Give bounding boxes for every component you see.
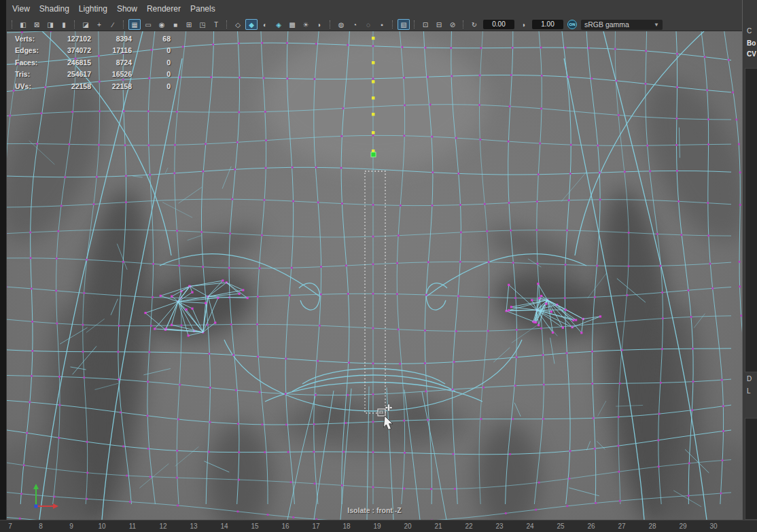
lock-camera-icon[interactable]: ⊠ <box>31 19 43 30</box>
resolution-gate-icon[interactable]: ◉ <box>156 19 168 30</box>
camera-attributes-icon[interactable]: ◨ <box>44 19 56 30</box>
menu-renderer[interactable]: Renderer <box>147 4 181 14</box>
gamma-field[interactable]: 1.00 <box>532 20 563 29</box>
timeline-tick-28[interactable]: 28 <box>642 522 663 530</box>
mesh-vertex <box>238 479 240 481</box>
mesh-edge <box>7 31 22 504</box>
mesh-edge <box>188 236 201 241</box>
mesh-vertex <box>50 31 52 32</box>
timeline-tick-24[interactable]: 24 <box>520 522 540 530</box>
right-panel-sliver[interactable]: C Bo CV D L <box>742 0 757 520</box>
remove-selected-icon[interactable]: ⊘ <box>446 19 459 30</box>
timeline-tick-22[interactable]: 22 <box>459 522 479 530</box>
timeline-tick-19[interactable]: 19 <box>367 522 387 530</box>
timeline-tick-15[interactable]: 15 <box>245 522 265 530</box>
hud-value: 68 <box>132 35 171 43</box>
timeline-tick-13[interactable]: 13 <box>183 522 204 530</box>
use-default-material-icon[interactable]: ▩ <box>286 19 298 30</box>
grease-pencil-icon[interactable]: ∕ <box>107 19 119 30</box>
exposure-icon[interactable]: ↻ <box>468 19 480 30</box>
right-panel-list[interactable] <box>745 418 757 520</box>
timeline-tick-27[interactable]: 27 <box>612 522 632 530</box>
timeline-tick-26[interactable]: 26 <box>581 522 601 530</box>
timeline-tick-14[interactable]: 14 <box>214 522 234 530</box>
grid-icon[interactable]: ▦ <box>128 19 141 30</box>
timeline-tick-12[interactable]: 12 <box>153 522 173 530</box>
menu-view[interactable]: View <box>12 4 30 14</box>
isolate-select-icon[interactable]: ▧ <box>398 19 410 30</box>
view-selected-icon[interactable]: ⊡ <box>419 19 432 30</box>
image-plane-icon[interactable]: ◪ <box>80 19 92 30</box>
mesh-vertex <box>658 413 661 415</box>
lighting-icon[interactable]: ☀ <box>300 19 312 30</box>
safe-action-icon[interactable]: ◳ <box>196 19 209 30</box>
mesh-vertex <box>118 378 120 380</box>
menu-lighting[interactable]: Lighting <box>79 4 107 14</box>
textured-icon[interactable]: ◈ <box>272 19 285 30</box>
mesh-vertex <box>122 261 124 263</box>
timeline-tick-9[interactable]: 9 <box>61 522 82 530</box>
timeline-tick-7[interactable]: 7 <box>0 522 20 530</box>
wireframe-on-shaded-icon[interactable]: ◐ <box>259 19 271 30</box>
hud-value: 17116 <box>91 46 132 54</box>
mesh-edge <box>160 296 178 302</box>
timeline-tick-8[interactable]: 8 <box>31 522 51 530</box>
mesh-vertex <box>514 385 516 387</box>
mesh-vertex <box>595 502 597 504</box>
motion-blur-icon[interactable]: ◔ <box>349 19 361 30</box>
timeline-tick-30[interactable]: 30 <box>703 522 724 530</box>
timeline-tick-18[interactable]: 18 <box>336 522 357 530</box>
depth-of-field-icon[interactable]: ◌ <box>362 19 374 30</box>
bookmark-icon[interactable]: ▮ <box>58 19 70 30</box>
timeline-tick-11[interactable]: 11 <box>122 522 143 530</box>
right-panel-text: Bo <box>747 39 756 47</box>
mesh-vertex <box>537 263 539 265</box>
menu-panels[interactable]: Panels <box>190 4 215 14</box>
color-transform-dropdown[interactable]: sRGB gamma ▼ <box>581 20 663 30</box>
select-camera-icon[interactable]: ◧ <box>17 19 29 30</box>
anti-aliasing-icon[interactable]: ▪ <box>376 19 388 30</box>
timeline-tick-16[interactable]: 16 <box>275 522 296 530</box>
hud-label: Verts: <box>15 35 49 43</box>
mesh-feature-edge <box>426 283 447 310</box>
contrast-icon[interactable]: ◑ <box>517 19 529 30</box>
shaded-icon[interactable]: ◆ <box>245 19 258 30</box>
viewport[interactable]: Verts:127102839468Edges:374072171160Face… <box>7 31 742 520</box>
mesh-vertex <box>707 202 709 204</box>
mesh-vertex <box>538 482 540 484</box>
menu-show[interactable]: Show <box>117 4 137 14</box>
mesh-vertex <box>680 234 682 236</box>
mesh-edge <box>7 199 731 207</box>
timeline-tick-29[interactable]: 29 <box>673 522 693 530</box>
mesh-vertex <box>451 75 453 77</box>
timeline-tick-20[interactable]: 20 <box>398 522 418 530</box>
field-chart-icon[interactable]: ⊞ <box>183 19 195 30</box>
shadows-icon[interactable]: ◗ <box>313 19 325 30</box>
mesh-vertex <box>202 266 204 268</box>
timeline-tick-25[interactable]: 25 <box>550 522 571 530</box>
timeline-tick-10[interactable]: 10 <box>92 522 112 530</box>
mesh-edge <box>616 405 643 406</box>
gate-mask-icon[interactable]: ■ <box>169 19 181 30</box>
color-management-toggle-icon[interactable]: ON <box>567 20 577 29</box>
mesh-vertex <box>460 231 462 233</box>
timeline-tick-21[interactable]: 21 <box>428 522 448 530</box>
film-gate-icon[interactable]: ▭ <box>142 19 154 30</box>
pan-zoom-icon[interactable]: + <box>93 19 105 30</box>
exposure-field[interactable]: 0.00 <box>483 20 514 29</box>
timeline-tick-23[interactable]: 23 <box>489 522 510 530</box>
mesh-vertex <box>424 362 426 364</box>
safe-title-icon[interactable]: T <box>210 19 222 30</box>
timeline-tick-17[interactable]: 17 <box>306 522 326 530</box>
mesh-vertex <box>96 176 98 178</box>
menu-shading[interactable]: Shading <box>39 4 69 14</box>
mesh-vertex <box>711 287 714 289</box>
mesh-edge <box>175 31 186 504</box>
mesh-vertex <box>247 297 249 299</box>
mesh-vertex <box>709 263 711 265</box>
timeline-bar[interactable]: 7891011121314151617181920212223242526272… <box>0 520 757 532</box>
add-selected-icon[interactable]: ⊟ <box>433 19 445 30</box>
wireframe-icon[interactable]: ◇ <box>232 19 244 30</box>
occlusion-icon[interactable]: ◍ <box>335 19 347 30</box>
right-panel-list[interactable] <box>745 68 757 372</box>
